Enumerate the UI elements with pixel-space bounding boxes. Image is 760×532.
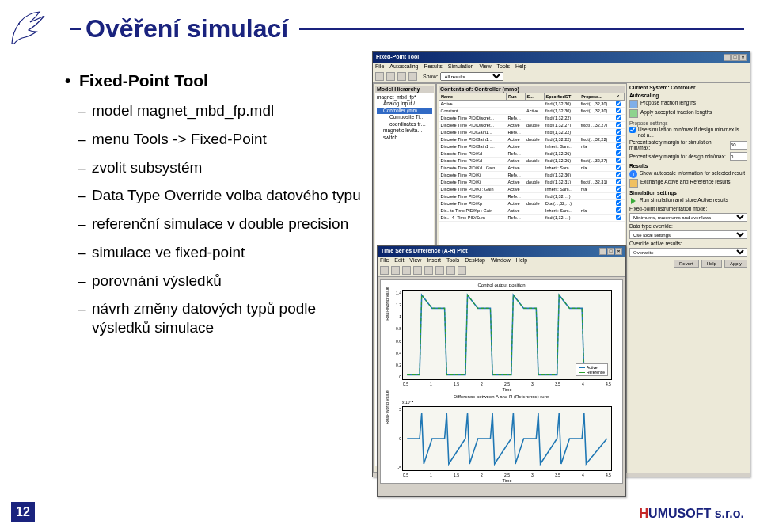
toolbar-button[interactable]: [435, 266, 444, 275]
play-icon: [629, 197, 637, 205]
column-header[interactable]: Name: [439, 93, 507, 101]
logmode-select[interactable]: Minimums, maximums and overflows: [629, 213, 747, 222]
tree-node-selected[interactable]: Controller (mm…: [377, 108, 432, 114]
apply-icon: [629, 109, 638, 118]
menu-item[interactable]: Autoscaling: [390, 63, 418, 69]
tree-node[interactable]: magnet_mbd_fp*: [377, 94, 432, 101]
menu-item[interactable]: Tools: [497, 63, 510, 69]
menu-item[interactable]: Results: [424, 63, 442, 69]
table-row[interactable]: Discrete Time PID/KpRefe...fixdt(1,32,…): [439, 193, 625, 200]
time-series-window: Time Series Difference (A-R) Plot _ □ × …: [377, 245, 626, 497]
table-row[interactable]: Discrete Time PID/KiRefe...fixdt(1,32,30…: [439, 172, 625, 179]
show-autoscale-info-button[interactable]: iShow autoscale information for selected…: [629, 170, 747, 178]
current-system-label: Current System: Controller: [629, 85, 747, 90]
yticks: 1.41.210.80.60.40.20: [391, 291, 401, 379]
dto-label: Data type override:: [629, 223, 747, 229]
slide-title-wrap: Ověření simulací: [70, 14, 744, 44]
column-header[interactable]: ✓: [614, 93, 625, 101]
help-button[interactable]: Help: [701, 260, 722, 268]
menu-item[interactable]: File: [375, 63, 384, 69]
menu-item[interactable]: Desktop: [465, 257, 485, 263]
column-header[interactable]: Propose...: [580, 93, 614, 101]
xticks: 0.511.522.533.544.5: [403, 382, 611, 386]
table-row[interactable]: Discrete Time PID/Discret...Activedouble…: [439, 122, 625, 129]
toolbar-button[interactable]: [408, 72, 417, 81]
xlabel: Time: [502, 478, 511, 483]
xlabel: Time: [502, 387, 511, 392]
toolbar-button[interactable]: [391, 266, 400, 275]
subplot1: Real-World Value 1.41.210.80.60.40.20 0.…: [402, 290, 612, 380]
exchange-results-button[interactable]: Exchange Active and Reference results: [629, 179, 747, 188]
table-row[interactable]: Discrete Time PID/KiActivedoublefixdt(1,…: [439, 179, 625, 186]
window-title: Time Series Difference (A-R) Plot: [381, 248, 468, 255]
toolbar-button[interactable]: [424, 266, 433, 275]
table-row[interactable]: ConstantActivefixdt(1,32,30)fixdt(...,32…: [439, 108, 625, 115]
use-sim-minmax-checkbox[interactable]: [629, 127, 636, 133]
ylabel: Real-World Value: [385, 390, 390, 424]
maximize-icon[interactable]: □: [732, 54, 739, 61]
table-row[interactable]: Discrete Time PID/Ki : GainActiveInherit…: [439, 186, 625, 193]
tree-node[interactable]: magnetic levita…: [377, 127, 432, 134]
table-row[interactable]: Dis...-4- Time PID/SumRefe...fixdt(1,32,…: [439, 215, 625, 222]
apply-fraction-lengths-button[interactable]: Apply accepted fraction lengths: [629, 109, 747, 118]
table-row[interactable]: Discrete Time PID/KdRefe...fixdt(1,32,26…: [439, 150, 625, 158]
toolbar-button[interactable]: [380, 266, 389, 275]
propose-settings-label: Propose settings: [629, 120, 747, 126]
show-dropdown[interactable]: All results: [440, 72, 504, 81]
column-header[interactable]: SpecifiedDT: [544, 93, 580, 101]
table-row[interactable]: Discrete Time PID/Kd : GainActiveInherit…: [439, 165, 625, 172]
apply-button[interactable]: Apply: [724, 260, 747, 268]
override-label: Override active results:: [629, 241, 747, 246]
menu-item[interactable]: Insert: [427, 257, 441, 263]
plot-area: Control output position Real-World Value…: [380, 279, 623, 484]
table-row[interactable]: Activefixdt(1,32,30)fixdt(...,32,30): [439, 101, 625, 108]
window-titlebar[interactable]: Fixed-Point Tool _ □ ×: [373, 52, 750, 63]
table-row[interactable]: Discrete Time PID/KdActivedoublefixdt(1,…: [439, 158, 625, 165]
maximize-icon[interactable]: □: [607, 248, 614, 255]
tree-node[interactable]: coordinates tr…: [377, 121, 432, 127]
sim-margin-input[interactable]: [730, 141, 747, 150]
menu-item[interactable]: File: [380, 257, 389, 263]
minimize-icon[interactable]: _: [724, 54, 731, 61]
tree-node[interactable]: Analog Input / …: [377, 101, 432, 107]
dto-select[interactable]: Use local settings: [629, 230, 747, 239]
window-titlebar[interactable]: Time Series Difference (A-R) Plot _ □ ×: [378, 246, 625, 256]
override-select[interactable]: Overwrite: [629, 248, 747, 256]
tree-node[interactable]: switch: [377, 135, 432, 141]
menu-item[interactable]: Help: [516, 257, 527, 263]
table-row[interactable]: Discrete Time PID/Discret...Refe...fixdt…: [439, 115, 625, 122]
revert-button[interactable]: Revert: [674, 260, 699, 268]
column-header[interactable]: Run: [506, 93, 525, 101]
menu-item[interactable]: Edit: [394, 257, 404, 263]
toolbar-button[interactable]: [397, 72, 406, 81]
toolbar-button[interactable]: [402, 266, 411, 275]
toolbar-button[interactable]: [375, 72, 384, 81]
table-row[interactable]: Discrete Time PID/KpActivedoubleDta (...…: [439, 200, 625, 207]
table-row[interactable]: Discrete Time PID/Gain1...Refe...fixdt(1…: [439, 129, 625, 136]
toolbar-button[interactable]: [413, 266, 422, 275]
toolbar-button[interactable]: [458, 266, 466, 275]
menu-item[interactable]: Window: [491, 257, 511, 263]
close-icon[interactable]: ×: [739, 54, 747, 61]
menu-item[interactable]: View: [409, 257, 421, 263]
menu-item[interactable]: View: [480, 63, 492, 69]
run-simulation-button[interactable]: Run simulation and store Active results: [629, 197, 747, 205]
page-number: 12: [11, 502, 35, 522]
menu-item[interactable]: Tools: [446, 257, 459, 263]
toolbar-button[interactable]: [446, 266, 455, 275]
slide-title: Ověření simulací: [81, 14, 293, 44]
menu-item[interactable]: Simulation: [448, 63, 474, 69]
table-row[interactable]: Discrete Time PID/Gain1 :...ActiveInheri…: [439, 143, 625, 150]
table-row[interactable]: Discrete Time PID/Gain1...Activedoublefi…: [439, 136, 625, 143]
toolbar-button[interactable]: [386, 72, 395, 81]
design-margin-input[interactable]: [730, 152, 747, 161]
close-icon[interactable]: ×: [615, 248, 622, 255]
propose-fraction-lengths-button[interactable]: Propose fraction lengths: [629, 100, 747, 108]
column-header[interactable]: S...: [525, 93, 544, 101]
footer-brand: HUMUSOFT s.r.o.: [640, 507, 744, 521]
section-sim-settings: Simulation settings: [629, 190, 747, 196]
tree-node[interactable]: Composite Ti…: [377, 114, 432, 120]
menu-item[interactable]: Help: [515, 63, 526, 69]
minimize-icon[interactable]: _: [599, 248, 606, 255]
table-row[interactable]: Dis...te Time PID/Kp : GainActiveInherit…: [439, 207, 625, 215]
